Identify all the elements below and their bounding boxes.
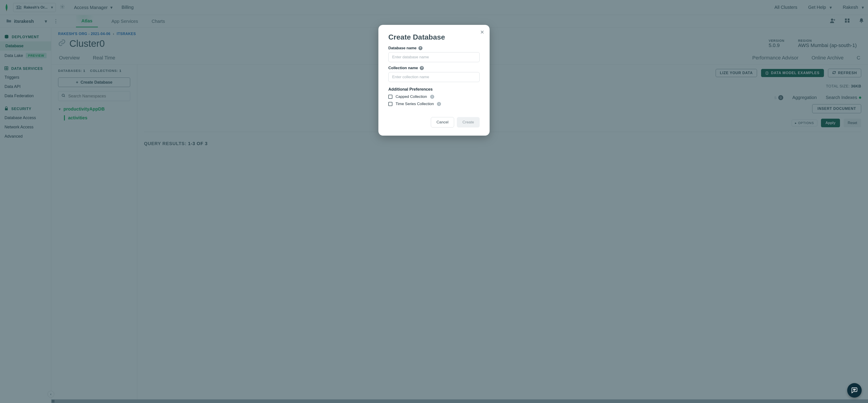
close-icon[interactable]: ✕ (480, 29, 484, 35)
additional-preferences-title: Additional Preferences (388, 87, 480, 92)
cancel-button[interactable]: Cancel (431, 117, 454, 127)
help-icon[interactable]: ? (418, 46, 423, 50)
collection-name-label: Collection name ? (388, 66, 480, 70)
chat-fab[interactable] (847, 383, 862, 398)
capped-collection-row: Capped Collection i (388, 94, 480, 99)
timeseries-collection-checkbox[interactable] (388, 102, 393, 106)
db-name-label-text: Database name (388, 46, 416, 51)
info-icon[interactable]: i (430, 95, 434, 99)
help-icon[interactable]: ? (420, 66, 424, 70)
database-name-label: Database name ? (388, 46, 480, 51)
capped-collection-checkbox[interactable] (388, 95, 393, 99)
info-icon[interactable]: i (437, 102, 441, 106)
create-button[interactable]: Create (457, 117, 480, 127)
svg-point-18 (855, 389, 855, 390)
modal-title: Create Database (388, 33, 480, 41)
timeseries-collection-row: Time Series Collection i (388, 102, 480, 106)
timeseries-collection-label: Time Series Collection (396, 102, 434, 106)
capped-collection-label: Capped Collection (396, 94, 427, 99)
coll-name-label-text: Collection name (388, 66, 418, 70)
collection-name-input[interactable] (388, 72, 480, 82)
create-database-modal: ✕ Create Database Database name ? Collec… (378, 25, 490, 135)
modal-overlay[interactable]: ✕ Create Database Database name ? Collec… (0, 0, 868, 403)
database-name-input[interactable] (388, 52, 480, 62)
svg-point-17 (853, 389, 854, 390)
